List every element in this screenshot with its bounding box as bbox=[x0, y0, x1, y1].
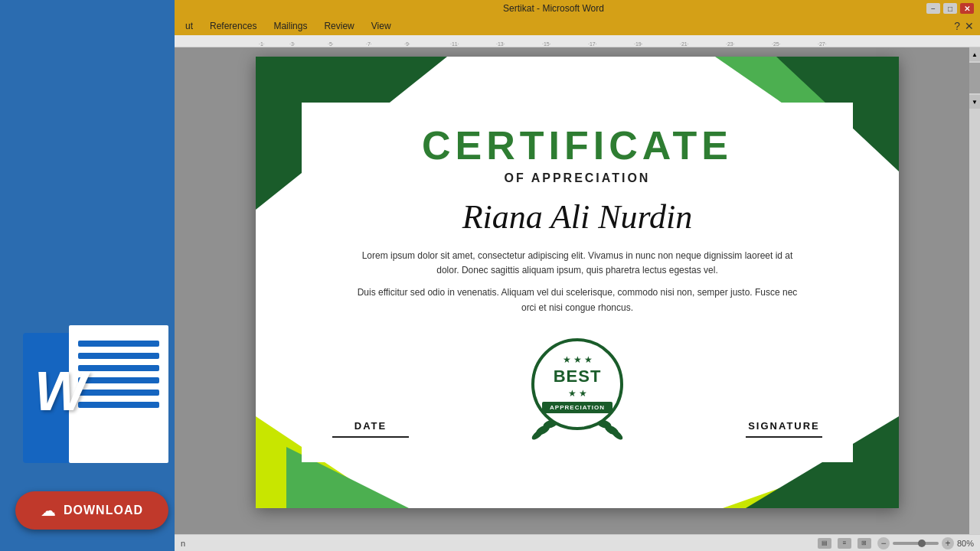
doc-line bbox=[78, 341, 159, 347]
certificate-subtitle: OF APPRECIATION bbox=[505, 171, 651, 185]
document-area[interactable]: CERTIFICATE OF APPRECIATION Riana Ali Nu… bbox=[175, 47, 980, 534]
zoom-slider[interactable] bbox=[893, 542, 939, 545]
certificate-badge: ★ ★ ★ BEST ★ ★ APPRECIATION bbox=[528, 331, 627, 438]
badge-stars-top: ★ ★ ★ bbox=[563, 354, 593, 365]
print-layout-button[interactable]: ▤ bbox=[818, 538, 831, 549]
menu-item-view[interactable]: View bbox=[364, 19, 399, 33]
date-line bbox=[332, 436, 409, 438]
zoom-level: 80% bbox=[957, 539, 974, 548]
menu-item-mailings[interactable]: Mailings bbox=[266, 19, 315, 33]
word-window: Sertikat - Microsoft Word − □ ✕ ut Refer… bbox=[175, 0, 980, 551]
menu-item-review[interactable]: Review bbox=[316, 19, 361, 33]
badge-stars-bottom: ★ ★ bbox=[568, 388, 587, 399]
status-right: ▤ ≡ ⊞ − + 80% bbox=[818, 537, 974, 549]
signature-line bbox=[746, 436, 822, 438]
word-w-letter: W bbox=[34, 360, 87, 422]
doc-line bbox=[78, 365, 159, 371]
zoom-thumb[interactable] bbox=[918, 540, 926, 547]
doc-line bbox=[78, 377, 159, 383]
certificate-name: Riana Ali Nurdin bbox=[462, 197, 693, 236]
help-icon[interactable]: ? bbox=[954, 20, 960, 32]
scroll-down-button[interactable]: ▼ bbox=[969, 95, 980, 109]
badge-appreciation-text: APPRECIATION bbox=[542, 402, 612, 413]
zoom-control[interactable]: − + 80% bbox=[877, 537, 974, 549]
download-label: DOWNLOAD bbox=[64, 504, 143, 517]
read-mode-button[interactable]: ≡ bbox=[838, 538, 851, 549]
signature-label: SIGNATURE bbox=[748, 420, 820, 432]
close-doc-icon[interactable]: ✕ bbox=[965, 20, 974, 32]
doc-line bbox=[78, 402, 159, 408]
certificate-content: CERTIFICATE OF APPRECIATION Riana Ali Nu… bbox=[302, 103, 853, 462]
zoom-in-button[interactable]: + bbox=[942, 537, 954, 549]
window-controls: − □ ✕ bbox=[926, 3, 974, 14]
certificate-footer: DATE bbox=[332, 331, 822, 438]
ruler: ·1· ·3· ·5· ·7· ·9· ·11· ·13· ·15· ·17· … bbox=[175, 35, 980, 47]
menu-item-layout[interactable]: ut bbox=[178, 19, 201, 33]
word-logo-area: W bbox=[15, 321, 184, 474]
ruler-marks: ·1· ·3· ·5· ·7· ·9· ·11· ·13· ·15· ·17· … bbox=[251, 35, 980, 47]
window-title: Sertikat - Microsoft Word bbox=[181, 3, 926, 14]
menu-item-references[interactable]: References bbox=[202, 19, 264, 33]
certificate-body1: Lorem ipsum dolor sit amet, consectetur … bbox=[355, 249, 799, 278]
zoom-out-button[interactable]: − bbox=[877, 537, 890, 549]
star-icon: ★ bbox=[568, 388, 577, 399]
certificate-date-section: DATE bbox=[332, 420, 409, 438]
badge-circle: ★ ★ ★ BEST ★ ★ APPRECIATION bbox=[531, 338, 623, 430]
badge-best-text: BEST bbox=[554, 367, 602, 386]
star-icon: ★ bbox=[579, 388, 587, 399]
page-info: n bbox=[181, 539, 185, 548]
star-icon: ★ bbox=[563, 354, 571, 365]
vertical-scrollbar[interactable]: ▲ ▼ bbox=[969, 47, 980, 534]
date-label: DATE bbox=[354, 420, 387, 432]
download-button[interactable]: ☁ DOWNLOAD bbox=[15, 491, 168, 530]
menu-bar: ut References Mailings Review View ? ✕ bbox=[175, 17, 980, 35]
maximize-button[interactable]: □ bbox=[943, 3, 957, 14]
menu-bar-right: ? ✕ bbox=[954, 20, 977, 32]
scroll-up-button[interactable]: ▲ bbox=[969, 47, 980, 61]
title-bar: Sertikat - Microsoft Word − □ ✕ bbox=[175, 0, 980, 17]
doc-line bbox=[78, 390, 159, 396]
web-layout-button[interactable]: ⊞ bbox=[858, 538, 871, 549]
cloud-download-icon: ☁ bbox=[41, 501, 56, 520]
certificate-paper: CERTIFICATE OF APPRECIATION Riana Ali Nu… bbox=[256, 57, 899, 508]
scroll-thumb[interactable] bbox=[969, 63, 980, 93]
star-icon: ★ bbox=[584, 354, 593, 365]
doc-line bbox=[78, 353, 159, 359]
certificate-body2: Duis efficitur sed odio in venenatis. Al… bbox=[355, 285, 799, 315]
certificate-signature-section: SIGNATURE bbox=[746, 420, 822, 438]
close-button[interactable]: ✕ bbox=[960, 3, 974, 14]
sidebar: W ☁ DOWNLOAD bbox=[0, 0, 175, 551]
status-bar: n ▤ ≡ ⊞ − + 80% bbox=[175, 534, 980, 551]
star-icon: ★ bbox=[573, 354, 582, 365]
minimize-button[interactable]: − bbox=[926, 3, 940, 14]
badge-wrapper: ★ ★ ★ BEST ★ ★ APPRECIATION bbox=[528, 331, 627, 438]
certificate-title: CERTIFICATE bbox=[422, 126, 733, 165]
